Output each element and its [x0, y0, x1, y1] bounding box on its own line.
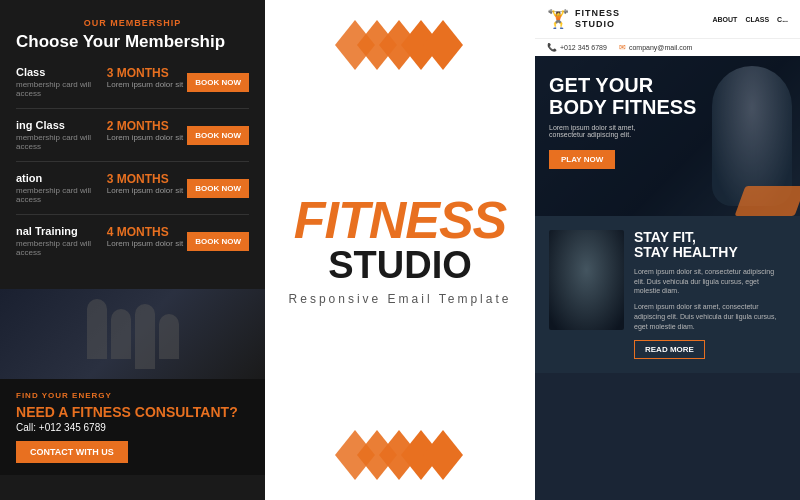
middle-panel: FITNESS STUDIO Responsive Email Template: [265, 0, 535, 500]
consultant-section: FIND YOUR ENERGY NEED A FITNESS CONSULTA…: [0, 379, 265, 475]
membership-info: Class membership card will access: [16, 66, 103, 98]
month-label: 4 MONTHS: [107, 225, 183, 239]
read-more-button[interactable]: READ MORE: [634, 340, 705, 359]
book-now-button[interactable]: BOOK NOW: [187, 73, 249, 92]
stay-fit-text-1: Lorem ipsum dolor sit, consectetur adipi…: [634, 267, 786, 296]
consultant-content: FIND YOUR ENERGY NEED A FITNESS CONSULTA…: [16, 391, 249, 463]
email-icon: ✉: [619, 43, 626, 52]
membership-item: nal Training membership card will access…: [16, 225, 249, 267]
hero-content: GET YOURBODY FITNESS Lorem ipsum dolor s…: [535, 56, 800, 187]
email-info: ✉ company@mail.com: [619, 43, 693, 52]
nav-class[interactable]: CLASS: [745, 16, 769, 23]
person-silhouette: [159, 314, 179, 359]
month-label: 3 MONTHS: [107, 172, 183, 186]
arrows-top: [335, 20, 465, 70]
membership-item: ing Class membership card will access 2 …: [16, 119, 249, 162]
svg-marker-4: [423, 20, 463, 70]
right-header: 🏋 FITNESS STUDIO ABOUT CLASS C...: [535, 0, 800, 38]
membership-desc: membership card will access: [16, 80, 103, 98]
need-consultant-title: NEED A FITNESS CONSULTANT?: [16, 404, 249, 420]
membership-item: Class membership card will access 3 MONT…: [16, 66, 249, 109]
membership-name: nal Training: [16, 225, 103, 237]
logo-area: 🏋 FITNESS STUDIO: [547, 8, 620, 30]
chevrons-top-svg: [335, 20, 465, 70]
book-now-button[interactable]: BOOK NOW: [187, 232, 249, 251]
phone-icon: 📞: [547, 43, 557, 52]
svg-marker-9: [423, 430, 463, 480]
choose-membership-title: Choose Your Membership: [16, 32, 249, 52]
membership-item: ation membership card will access 3 MONT…: [16, 172, 249, 215]
athlete-silhouette: [549, 230, 624, 330]
membership-section: OUR MEMBERSHIP Choose Your Membership Cl…: [0, 0, 265, 289]
membership-info: nal Training membership card will access: [16, 225, 103, 257]
tagline-text: Responsive Email Template: [289, 292, 512, 306]
membership-name: ation: [16, 172, 103, 184]
month-label: 2 MONTHS: [107, 119, 183, 133]
membership-name: Class: [16, 66, 103, 78]
gym-background: [0, 289, 265, 379]
stay-fit-image: [549, 230, 624, 330]
right-panel: 🏋 FITNESS STUDIO ABOUT CLASS C... 📞 +012…: [535, 0, 800, 500]
book-now-button[interactable]: BOOK NOW: [187, 126, 249, 145]
month-desc: Lorem ipsum dolor sit: [107, 186, 183, 195]
nav-about[interactable]: ABOUT: [712, 16, 737, 23]
studio-text: STUDIO: [289, 246, 512, 284]
gym-silhouette: [87, 299, 179, 369]
membership-desc: membership card will access: [16, 239, 103, 257]
hero-subtitle: Lorem ipsum dolor sit amet, consectetur …: [549, 124, 669, 138]
person-silhouette: [87, 299, 107, 359]
play-now-button[interactable]: PLAY NOW: [549, 150, 615, 169]
membership-desc: membership card will access: [16, 186, 103, 204]
month-label: 3 MONTHS: [107, 66, 183, 80]
membership-name: ing Class: [16, 119, 103, 131]
membership-info: ation membership card will access: [16, 172, 103, 204]
stay-fit-section: STAY FIT,STAY HEALTHY Lorem ipsum dolor …: [535, 216, 800, 373]
find-energy-label: FIND YOUR ENERGY: [16, 391, 249, 400]
dumbbell-icon: 🏋: [547, 8, 569, 30]
person-silhouette: [135, 304, 155, 369]
fitness-studio-title: FITNESS STUDIO Responsive Email Template: [269, 184, 532, 316]
contact-bar: 📞 +012 345 6789 ✉ company@mail.com: [535, 38, 800, 56]
nav-more[interactable]: C...: [777, 16, 788, 23]
membership-desc: membership card will access: [16, 133, 103, 151]
person-silhouette: [111, 309, 131, 359]
month-desc: Lorem ipsum dolor sit: [107, 133, 183, 142]
stay-fit-text-2: Lorem ipsum dolor sit amet, consectetur …: [634, 302, 786, 331]
left-panel: OUR MEMBERSHIP Choose Your Membership Cl…: [0, 0, 265, 500]
hero-title: GET YOURBODY FITNESS: [549, 74, 786, 118]
fitness-text: FITNESS: [289, 194, 512, 246]
month-desc: Lorem ipsum dolor sit: [107, 80, 183, 89]
contact-button[interactable]: CONTACT WITH US: [16, 441, 128, 463]
membership-info: ing Class membership card will access: [16, 119, 103, 151]
arrows-bottom: [335, 430, 465, 480]
hero-section: GET YOURBODY FITNESS Lorem ipsum dolor s…: [535, 56, 800, 216]
phone-info: 📞 +012 345 6789: [547, 43, 607, 52]
stay-fit-content: STAY FIT,STAY HEALTHY Lorem ipsum dolor …: [634, 230, 786, 359]
nav-items: ABOUT CLASS C...: [712, 16, 788, 23]
our-membership-label: OUR MEMBERSHIP: [16, 18, 249, 28]
need-prefix: N: [16, 404, 26, 420]
month-desc: Lorem ipsum dolor sit: [107, 239, 183, 248]
chevrons-bottom-svg: [335, 430, 465, 480]
book-now-button[interactable]: BOOK NOW: [187, 179, 249, 198]
stay-fit-title: STAY FIT,STAY HEALTHY: [634, 230, 786, 261]
call-number: Call: +012 345 6789: [16, 422, 249, 433]
logo-text: FITNESS STUDIO: [575, 8, 620, 30]
orange-brush-decoration: [735, 186, 800, 216]
